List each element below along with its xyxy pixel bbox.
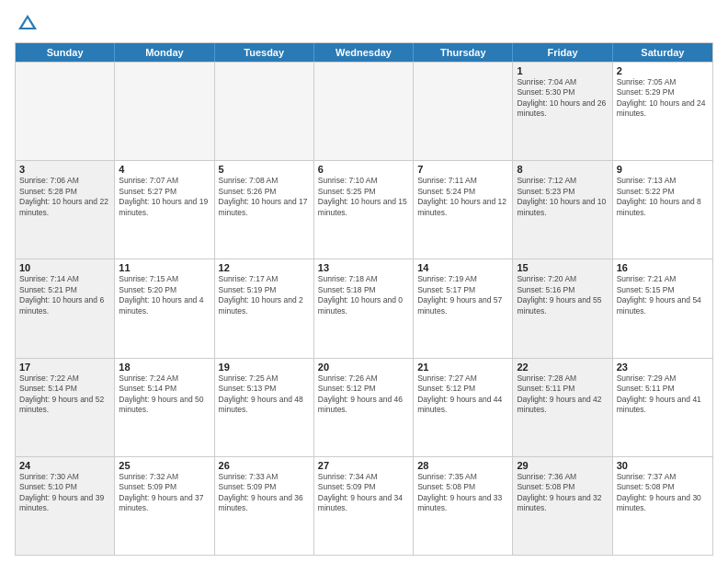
day-info: Sunrise: 7:33 AM Sunset: 5:09 PM Dayligh… bbox=[219, 472, 310, 514]
calendar-day-19: 19Sunrise: 7:25 AM Sunset: 5:13 PM Dayli… bbox=[215, 359, 314, 456]
day-number: 18 bbox=[119, 362, 210, 373]
calendar-day-15: 15Sunrise: 7:20 AM Sunset: 5:16 PM Dayli… bbox=[513, 259, 612, 357]
day-number: 17 bbox=[19, 362, 110, 373]
day-info: Sunrise: 7:37 AM Sunset: 5:08 PM Dayligh… bbox=[617, 472, 709, 514]
day-info: Sunrise: 7:21 AM Sunset: 5:15 PM Dayligh… bbox=[617, 274, 709, 316]
day-number: 19 bbox=[219, 362, 310, 373]
day-number: 6 bbox=[318, 164, 409, 175]
calendar-day-5: 5Sunrise: 7:08 AM Sunset: 5:26 PM Daylig… bbox=[215, 161, 314, 259]
day-number: 10 bbox=[19, 262, 110, 273]
day-number: 14 bbox=[417, 262, 508, 273]
calendar-day-10: 10Sunrise: 7:14 AM Sunset: 5:21 PM Dayli… bbox=[16, 259, 115, 357]
calendar-empty-0-4 bbox=[414, 63, 513, 160]
calendar-body: 1Sunrise: 7:04 AM Sunset: 5:30 PM Daylig… bbox=[16, 62, 712, 555]
calendar-day-23: 23Sunrise: 7:29 AM Sunset: 5:11 PM Dayli… bbox=[613, 359, 712, 456]
calendar-day-4: 4Sunrise: 7:07 AM Sunset: 5:27 PM Daylig… bbox=[115, 161, 214, 259]
calendar-row-0: 1Sunrise: 7:04 AM Sunset: 5:30 PM Daylig… bbox=[16, 62, 712, 160]
calendar-row-4: 24Sunrise: 7:30 AM Sunset: 5:10 PM Dayli… bbox=[16, 456, 712, 555]
calendar-day-24: 24Sunrise: 7:30 AM Sunset: 5:10 PM Dayli… bbox=[16, 457, 115, 555]
calendar-day-1: 1Sunrise: 7:04 AM Sunset: 5:30 PM Daylig… bbox=[513, 63, 612, 160]
weekday-header-sunday: Sunday bbox=[16, 43, 115, 62]
day-number: 15 bbox=[517, 262, 608, 273]
day-number: 21 bbox=[417, 362, 508, 373]
day-info: Sunrise: 7:30 AM Sunset: 5:10 PM Dayligh… bbox=[19, 472, 110, 514]
day-number: 26 bbox=[219, 460, 310, 471]
weekday-header-saturday: Saturday bbox=[613, 43, 712, 62]
calendar-day-11: 11Sunrise: 7:15 AM Sunset: 5:20 PM Dayli… bbox=[115, 259, 214, 357]
day-info: Sunrise: 7:08 AM Sunset: 5:26 PM Dayligh… bbox=[219, 176, 310, 218]
day-number: 9 bbox=[617, 164, 709, 175]
day-info: Sunrise: 7:32 AM Sunset: 5:09 PM Dayligh… bbox=[119, 472, 210, 514]
calendar-row-1: 3Sunrise: 7:06 AM Sunset: 5:28 PM Daylig… bbox=[16, 160, 712, 259]
day-info: Sunrise: 7:27 AM Sunset: 5:12 PM Dayligh… bbox=[417, 373, 508, 416]
day-info: Sunrise: 7:05 AM Sunset: 5:29 PM Dayligh… bbox=[617, 77, 709, 120]
calendar-day-8: 8Sunrise: 7:12 AM Sunset: 5:23 PM Daylig… bbox=[513, 161, 612, 259]
day-number: 13 bbox=[318, 262, 409, 273]
day-number: 29 bbox=[517, 460, 608, 471]
calendar-empty-0-1 bbox=[115, 63, 214, 160]
day-number: 16 bbox=[617, 262, 709, 273]
calendar-empty-0-0 bbox=[16, 63, 115, 160]
calendar-day-13: 13Sunrise: 7:18 AM Sunset: 5:18 PM Dayli… bbox=[314, 259, 414, 357]
calendar-empty-0-2 bbox=[215, 63, 314, 160]
day-info: Sunrise: 7:25 AM Sunset: 5:13 PM Dayligh… bbox=[219, 373, 310, 416]
calendar-day-7: 7Sunrise: 7:11 AM Sunset: 5:24 PM Daylig… bbox=[414, 161, 513, 259]
day-info: Sunrise: 7:12 AM Sunset: 5:23 PM Dayligh… bbox=[517, 176, 608, 218]
day-number: 1 bbox=[517, 65, 608, 76]
day-info: Sunrise: 7:26 AM Sunset: 5:12 PM Dayligh… bbox=[318, 373, 409, 416]
day-number: 24 bbox=[19, 460, 110, 471]
calendar-header: SundayMondayTuesdayWednesdayThursdayFrid… bbox=[16, 43, 712, 62]
day-info: Sunrise: 7:29 AM Sunset: 5:11 PM Dayligh… bbox=[617, 373, 709, 416]
day-info: Sunrise: 7:34 AM Sunset: 5:09 PM Dayligh… bbox=[318, 472, 409, 514]
calendar-day-3: 3Sunrise: 7:06 AM Sunset: 5:28 PM Daylig… bbox=[16, 161, 115, 259]
day-info: Sunrise: 7:15 AM Sunset: 5:20 PM Dayligh… bbox=[119, 274, 210, 316]
page: SundayMondayTuesdayWednesdayThursdayFrid… bbox=[0, 0, 728, 563]
calendar-day-14: 14Sunrise: 7:19 AM Sunset: 5:17 PM Dayli… bbox=[414, 259, 513, 357]
day-info: Sunrise: 7:28 AM Sunset: 5:11 PM Dayligh… bbox=[517, 373, 608, 416]
day-info: Sunrise: 7:36 AM Sunset: 5:08 PM Dayligh… bbox=[517, 472, 608, 514]
day-info: Sunrise: 7:19 AM Sunset: 5:17 PM Dayligh… bbox=[417, 274, 508, 316]
calendar-day-6: 6Sunrise: 7:10 AM Sunset: 5:25 PM Daylig… bbox=[314, 161, 414, 259]
day-info: Sunrise: 7:13 AM Sunset: 5:22 PM Dayligh… bbox=[617, 176, 709, 218]
calendar: SundayMondayTuesdayWednesdayThursdayFrid… bbox=[15, 42, 713, 556]
day-info: Sunrise: 7:22 AM Sunset: 5:14 PM Dayligh… bbox=[19, 373, 110, 416]
logo-icon bbox=[15, 11, 40, 37]
day-number: 4 bbox=[119, 164, 210, 175]
calendar-empty-0-3 bbox=[314, 63, 414, 160]
day-info: Sunrise: 7:11 AM Sunset: 5:24 PM Dayligh… bbox=[417, 176, 508, 218]
day-number: 27 bbox=[318, 460, 409, 471]
header bbox=[15, 11, 713, 37]
calendar-day-12: 12Sunrise: 7:17 AM Sunset: 5:19 PM Dayli… bbox=[215, 259, 314, 357]
day-info: Sunrise: 7:14 AM Sunset: 5:21 PM Dayligh… bbox=[19, 274, 110, 316]
calendar-day-28: 28Sunrise: 7:35 AM Sunset: 5:08 PM Dayli… bbox=[414, 457, 513, 555]
day-number: 8 bbox=[517, 164, 608, 175]
day-info: Sunrise: 7:06 AM Sunset: 5:28 PM Dayligh… bbox=[19, 176, 110, 218]
calendar-day-2: 2Sunrise: 7:05 AM Sunset: 5:29 PM Daylig… bbox=[613, 63, 712, 160]
weekday-header-thursday: Thursday bbox=[414, 43, 513, 62]
day-number: 23 bbox=[617, 362, 709, 373]
day-info: Sunrise: 7:07 AM Sunset: 5:27 PM Dayligh… bbox=[119, 176, 210, 218]
day-number: 30 bbox=[617, 460, 709, 471]
calendar-day-30: 30Sunrise: 7:37 AM Sunset: 5:08 PM Dayli… bbox=[613, 457, 712, 555]
calendar-day-18: 18Sunrise: 7:24 AM Sunset: 5:14 PM Dayli… bbox=[115, 359, 214, 456]
calendar-day-9: 9Sunrise: 7:13 AM Sunset: 5:22 PM Daylig… bbox=[613, 161, 712, 259]
day-number: 22 bbox=[517, 362, 608, 373]
weekday-header-tuesday: Tuesday bbox=[215, 43, 314, 62]
day-number: 12 bbox=[219, 262, 310, 273]
calendar-day-21: 21Sunrise: 7:27 AM Sunset: 5:12 PM Dayli… bbox=[414, 359, 513, 456]
day-number: 11 bbox=[119, 262, 210, 273]
day-info: Sunrise: 7:04 AM Sunset: 5:30 PM Dayligh… bbox=[517, 77, 608, 120]
day-info: Sunrise: 7:18 AM Sunset: 5:18 PM Dayligh… bbox=[318, 274, 409, 316]
logo bbox=[15, 11, 44, 37]
calendar-day-27: 27Sunrise: 7:34 AM Sunset: 5:09 PM Dayli… bbox=[314, 457, 414, 555]
day-info: Sunrise: 7:35 AM Sunset: 5:08 PM Dayligh… bbox=[417, 472, 508, 514]
weekday-header-friday: Friday bbox=[513, 43, 612, 62]
day-number: 3 bbox=[19, 164, 110, 175]
day-number: 2 bbox=[617, 65, 709, 76]
day-number: 7 bbox=[417, 164, 508, 175]
day-number: 28 bbox=[417, 460, 508, 471]
calendar-day-29: 29Sunrise: 7:36 AM Sunset: 5:08 PM Dayli… bbox=[513, 457, 612, 555]
calendar-row-3: 17Sunrise: 7:22 AM Sunset: 5:14 PM Dayli… bbox=[16, 358, 712, 456]
calendar-day-22: 22Sunrise: 7:28 AM Sunset: 5:11 PM Dayli… bbox=[513, 359, 612, 456]
day-info: Sunrise: 7:20 AM Sunset: 5:16 PM Dayligh… bbox=[517, 274, 608, 316]
